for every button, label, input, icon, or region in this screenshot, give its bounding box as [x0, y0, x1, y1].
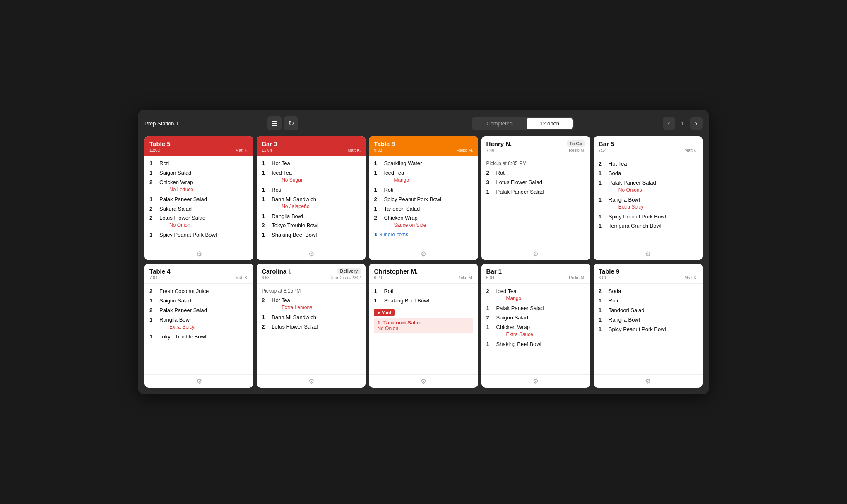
item-qty: 1 [149, 232, 157, 238]
order-item: 1 Tandoori Salad [599, 307, 698, 314]
item-name: Roti [384, 187, 393, 194]
tab-open[interactable]: 12 open [527, 118, 573, 129]
item-qty: 1 [599, 317, 606, 323]
prev-page-button[interactable]: ‹ [663, 117, 675, 130]
app-container: Prep Station 1 ☰ ↻ Completed 12 open ‹ 1… [138, 110, 709, 394]
item-qty: 1 [262, 170, 269, 176]
station-title: Prep Station 1 [144, 120, 178, 127]
item-qty: 1 [599, 170, 606, 176]
item-modifier: Sauce on Side [394, 222, 426, 228]
order-item: 1 Rangila Bowl Extra Spicy [149, 317, 248, 331]
order-card: Bar 57:34Matt K. 2 Hot Tea 1 Soda 1 Pala… [594, 136, 703, 260]
order-item: 1 Spicy Peanut Pork Bowl [599, 326, 698, 333]
item-qty: 1 [599, 298, 606, 304]
card-footer: ⚙ [257, 247, 366, 260]
item-name: Rangila Bowl [609, 197, 644, 204]
item-qty: 2 [374, 196, 381, 202]
order-item: 1 Hot Tea [262, 160, 361, 167]
order-item: 1 Rangila Bowl [599, 317, 698, 324]
item-name: Lotus Flower Salad [272, 324, 318, 331]
settings-icon[interactable]: ⚙ [308, 250, 314, 258]
order-item: 1 Shaking Beef Bowl [486, 341, 585, 348]
item-name: Iced Tea [384, 170, 409, 177]
item-name: Spicy Peanut Pork Bowl [609, 214, 666, 221]
item-name: Hot Tea [609, 161, 627, 168]
order-item: 2 Palak Paneer Salad [149, 307, 248, 314]
settings-icon[interactable]: ⚙ [533, 377, 539, 385]
menu-button[interactable]: ☰ [267, 116, 282, 130]
item-qty: 2 [149, 215, 157, 221]
item-qty: 1 [149, 160, 157, 166]
card-body: 2 Fresh Coconut Juice 1 Saigon Salad 2 P… [144, 284, 253, 374]
item-name: Palak Paneer Salad [159, 196, 207, 203]
next-page-button[interactable]: › [690, 117, 703, 130]
card-body: 2 Hot Tea 1 Soda 1 Palak Paneer Salad No… [594, 156, 703, 247]
settings-icon[interactable]: ⚙ [533, 250, 539, 258]
card-footer: ⚙ [257, 374, 366, 388]
item-name: Soda [609, 288, 621, 295]
card-title: Table 4 [149, 268, 171, 275]
item-qty: 1 [599, 307, 606, 313]
item-qty: 1 [149, 196, 157, 202]
item-qty: 1 [599, 223, 606, 229]
item-modifier: No Onions [618, 187, 656, 193]
pickup-info: Pickup at 8:05 PM [486, 161, 585, 166]
settings-icon[interactable]: ⚙ [421, 377, 426, 385]
page-number: 1 [679, 120, 687, 127]
item-name: Saigon Salad [159, 298, 191, 305]
settings-icon[interactable]: ⚙ [196, 250, 202, 258]
item-qty: 1 [374, 206, 381, 212]
item-name: Banh Mi Sandwich [272, 196, 316, 203]
item-name: Roti [496, 170, 506, 177]
item-name: Tempura Crunch Bowl [609, 223, 662, 230]
card-body: Pickup at 8:05 PM 2 Roti 3 Lotus Flower … [481, 156, 590, 247]
card-footer: ⚙ [144, 374, 253, 388]
order-item: 1 Rangila Bowl [262, 213, 361, 220]
item-qty: 1 [374, 187, 381, 193]
card-badge: Delivery [337, 268, 361, 274]
card-footer: ⚙ [144, 247, 253, 260]
order-item: 2 Spicy Peanut Pork Bowl [374, 196, 473, 203]
item-modifier: No Sugar [282, 177, 303, 183]
item-name: Lotus Flower Salad [496, 179, 542, 186]
card-staff: DoorDash #2342 [330, 276, 361, 280]
settings-icon[interactable]: ⚙ [196, 377, 202, 385]
card-time: 7:04 [149, 276, 157, 280]
item-name: Roti [272, 187, 281, 194]
item-qty: 1 [149, 170, 157, 176]
order-item: 1 Tandoori Salad [374, 206, 473, 213]
item-qty: 1 [374, 288, 381, 294]
item-qty: 1 [599, 326, 606, 332]
settings-icon[interactable]: ⚙ [308, 377, 314, 385]
settings-icon[interactable]: ⚙ [421, 250, 426, 258]
order-item: 2 Tokyo Trouble Bowl [262, 222, 361, 229]
order-card: Table 512:02Matt K. 1 Roti 1 Saigon Sala… [144, 136, 253, 260]
order-item: 2 Lotus Flower Salad No Onion [149, 215, 248, 229]
settings-icon[interactable]: ⚙ [645, 250, 651, 258]
item-modifier: No Jalapeño [282, 204, 316, 209]
card-time: 6:01 [599, 276, 606, 280]
item-qty: 1 [262, 196, 269, 202]
order-item: 1 Roti [262, 187, 361, 194]
item-qty: 2 [374, 215, 381, 221]
item-qty: 1 [486, 324, 494, 330]
refresh-button[interactable]: ↻ [284, 116, 298, 130]
tab-group: Completed 12 open [472, 117, 574, 130]
item-qty: 1 [486, 189, 494, 195]
card-footer: ⚙ [594, 247, 703, 260]
settings-icon[interactable]: ⚙ [645, 377, 651, 385]
card-title: Bar 3 [262, 140, 277, 147]
order-item: 1 Palak Paneer Salad No Onions [599, 180, 698, 194]
card-body: 2 Iced Tea Mango 1 Palak Paneer Salad 2 … [481, 284, 590, 374]
more-items-link[interactable]: ⬇ 3 more items [374, 232, 473, 238]
card-staff: Reiko M. [457, 148, 473, 153]
order-item: 2 Iced Tea Mango [486, 288, 585, 302]
item-name: Soda [609, 170, 621, 177]
card-body: 2 Soda 1 Roti 1 Tandoori Salad 1 Rangila… [594, 284, 703, 374]
cards-grid: Table 512:02Matt K. 1 Roti 1 Saigon Sala… [144, 136, 703, 388]
tab-completed[interactable]: Completed [473, 118, 526, 129]
order-item: 1 Spicy Peanut Pork Bowl [149, 232, 248, 239]
item-name: Shaking Beef Bowl [496, 341, 541, 348]
order-card: Henry N.To Go7:48Reiko M. Pickup at 8:05… [481, 136, 590, 260]
order-item: 2 Saigon Salad [486, 314, 585, 322]
